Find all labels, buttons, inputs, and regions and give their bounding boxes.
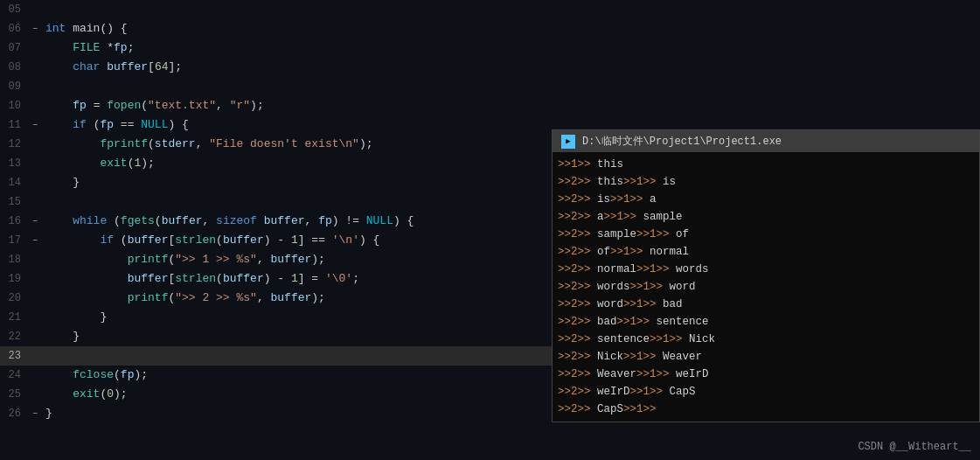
line-10: 10 fp = fopen("text.txt", "r"); <box>0 96 980 115</box>
terminal-line: >> 2 >> weIrD>> 1 >> CapS <box>558 383 974 401</box>
terminal-line: >> 2 >> normal>> 1 >> words <box>558 261 974 278</box>
terminal-line: >> 2 >> Weaver>> 1 >> weIrD <box>558 366 974 383</box>
terminal-line: >> 2 >> words>> 1 >> word <box>558 278 974 296</box>
terminal-line: >> 2 >> a>> 1 >> sample <box>558 208 974 226</box>
line-05: 05 <box>0 0 980 19</box>
terminal-window: ▶ D:\临时文件\Project1\Project1.exe >> 1 >> … <box>552 129 980 422</box>
watermark: CSDN @__Witheart__ <box>858 441 971 453</box>
line-07: 07 FILE *fp; <box>0 38 980 58</box>
terminal-line: >> 2 >> word>> 1 >> bad <box>558 296 974 313</box>
terminal-line: >> 2 >> bad>> 1 >> sentence <box>558 313 974 331</box>
terminal-line: >> 2 >> is>> 1 >> a <box>558 191 974 208</box>
terminal-titlebar: ▶ D:\临时文件\Project1\Project1.exe <box>553 130 979 152</box>
terminal-icon: ▶ <box>561 135 575 149</box>
terminal-line: >> 2 >> Nick>> 1 >> Weaver <box>558 348 974 366</box>
line-06: 06 − int main() { <box>0 19 980 38</box>
terminal-title: D:\临时文件\Project1\Project1.exe <box>582 134 782 149</box>
code-editor: 05 06 − int main() { 07 FILE *fp; 08 cha… <box>0 0 980 460</box>
terminal-line: >> 2 >> this>> 1 >> is <box>558 173 974 191</box>
terminal-line: >> 1 >> this <box>558 156 974 173</box>
line-09: 09 <box>0 77 980 96</box>
line-08: 08 char buffer[64]; <box>0 58 980 77</box>
terminal-line: >> 2 >> sample>> 1 >> of <box>558 226 974 243</box>
terminal-body: >> 1 >> this>> 2 >> this>> 1 >> is>> 2 >… <box>553 152 979 422</box>
terminal-line: >> 2 >> CapS>> 1 >> <box>558 401 974 418</box>
terminal-line: >> 2 >> sentence>> 1 >> Nick <box>558 331 974 348</box>
terminal-line: >> 2 >> of>> 1 >> normal <box>558 243 974 261</box>
